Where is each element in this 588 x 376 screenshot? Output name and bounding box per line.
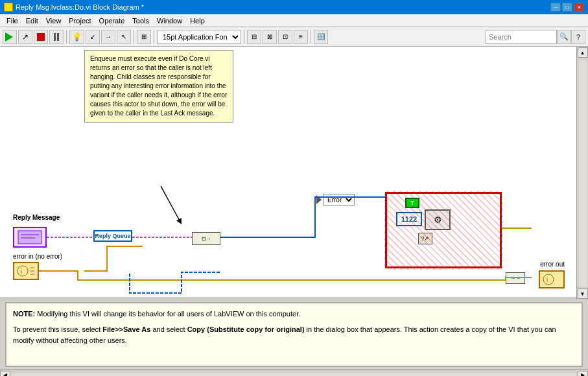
note-area: NOTE: Modifying this VI will change its … <box>5 302 583 367</box>
run-button[interactable] <box>3 30 17 44</box>
font-dropdown[interactable]: 15pt Application Font <box>157 30 241 44</box>
toolbar-sep-2 <box>134 30 134 43</box>
menu-window[interactable]: Window <box>153 16 186 26</box>
error-dropdown-area: Error <box>316 194 355 206</box>
scroll-right-button[interactable]: ▶ <box>578 371 588 377</box>
comment-arrow <box>154 186 193 231</box>
note-line1: NOTE: Modifying this VI will change its … <box>13 309 575 320</box>
menu-bar: File Edit View Project Operate Tools Win… <box>0 14 588 27</box>
distribute-button[interactable]: ⊠ <box>263 30 277 44</box>
menu-view[interactable]: View <box>42 16 65 26</box>
pause-icon <box>54 33 59 41</box>
resize-button[interactable]: ⊡ <box>278 30 292 44</box>
menu-tools[interactable]: Tools <box>128 16 153 26</box>
note-text-1: Modifying this VI will change its behavi… <box>35 310 300 318</box>
toolbar-sep-5 <box>311 30 311 43</box>
toolbar-sep-1 <box>66 30 67 43</box>
reply-message-label: Reply Message <box>13 214 60 221</box>
svg-line-0 <box>161 186 180 222</box>
note-file-menu: File>>Save As <box>102 325 150 333</box>
green-t-label: T <box>410 200 414 206</box>
diagram[interactable]: Enqueue must execute even if Do Core.vi … <box>0 47 576 297</box>
note-bold: NOTE: <box>13 310 35 318</box>
app-icon <box>4 3 13 12</box>
font-extra-button[interactable]: 🔠 <box>314 30 328 44</box>
menu-operate[interactable]: Operate <box>95 16 129 26</box>
gear-icon: ⚙ <box>434 215 442 225</box>
note-text-3: and select <box>150 325 187 333</box>
comment-text: Enqueue must execute even if Do Core.vi … <box>90 55 227 117</box>
question-block[interactable]: ?↗ <box>418 233 432 244</box>
dropdown-arrow-icon <box>316 195 322 204</box>
align-button[interactable]: ⊟ <box>247 30 261 44</box>
title-bar: Reply Msg.lvclass:Do.vi Block Diagram * … <box>0 0 588 14</box>
svg-point-12 <box>543 274 554 285</box>
minimize-button[interactable]: ─ <box>550 3 561 12</box>
step-over-button[interactable]: → <box>101 30 115 44</box>
maximize-button[interactable]: □ <box>562 3 572 12</box>
reply-message-block[interactable] <box>13 227 47 248</box>
help-button[interactable]: ? <box>571 30 585 44</box>
search-button[interactable]: 🔍 <box>557 30 571 44</box>
highlight-button[interactable]: 💡 <box>69 30 84 44</box>
scroll-left-button[interactable]: ◀ <box>0 371 10 377</box>
error-in-block[interactable]: i <box>13 262 39 280</box>
pause-button[interactable] <box>49 30 64 44</box>
green-t-block[interactable]: T <box>405 198 419 208</box>
svg-text:i: i <box>21 268 22 275</box>
run-broken-button[interactable]: ↗ <box>18 30 32 44</box>
error-in-label: error in (no error) <box>13 253 62 260</box>
connector-block-1[interactable]: ⊡→ <box>192 232 220 245</box>
step-into-button[interactable]: ↙ <box>86 30 100 44</box>
num-value: 1122 <box>401 215 417 223</box>
close-button[interactable]: ✕ <box>574 3 584 12</box>
scroll-up-button[interactable]: ▲ <box>578 47 588 58</box>
reorder-button[interactable]: ≡ <box>294 30 308 44</box>
scroll-bottom: ◀ ▶ <box>0 370 588 376</box>
gear-block[interactable]: ⚙ <box>425 209 451 230</box>
svg-text:i: i <box>547 276 548 283</box>
cleanup-button[interactable]: ⊞ <box>137 30 151 44</box>
connector-block-2[interactable]: →→ <box>506 272 525 284</box>
abort-button[interactable] <box>34 30 48 44</box>
menu-project[interactable]: Project <box>65 16 95 26</box>
search-area: 🔍 ? <box>486 30 585 44</box>
error-selector[interactable]: Error <box>323 194 355 206</box>
menu-help[interactable]: Help <box>186 16 209 26</box>
scroll-track-right[interactable] <box>579 60 587 287</box>
menu-file[interactable]: File <box>3 16 22 26</box>
toolbar-sep-3 <box>154 30 154 43</box>
svg-rect-1 <box>18 231 41 244</box>
menu-edit[interactable]: Edit <box>22 16 42 26</box>
note-text-2: To prevent this issue, select <box>13 325 102 333</box>
stop-icon <box>37 33 45 41</box>
search-input[interactable] <box>486 30 557 44</box>
scroll-right: ▲ ▼ <box>576 47 588 300</box>
reply-queue-text: Reply Queue <box>95 233 130 239</box>
window-controls: ─ □ ✕ <box>550 3 584 12</box>
scroll-down-button[interactable]: ▼ <box>578 288 588 299</box>
error-out-label: error out <box>540 261 565 268</box>
error-in-icon: i <box>16 264 36 277</box>
canvas-area: Enqueue must execute even if Do Core.vi … <box>0 47 588 300</box>
step-out-button[interactable]: ↖ <box>117 30 131 44</box>
reply-message-icon <box>17 229 43 245</box>
scroll-track-bottom[interactable] <box>12 373 576 377</box>
run-arrow-icon <box>5 32 14 41</box>
error-out-block[interactable]: i <box>539 270 565 288</box>
num-block[interactable]: 1122 <box>396 212 422 226</box>
note-line2: To prevent this issue, select File>>Save… <box>13 324 575 347</box>
note-copy-option: Copy (Substitute copy for original) <box>187 325 305 333</box>
reply-queue-block[interactable]: Reply Queue <box>93 230 132 242</box>
comment-box: Enqueue must execute even if Do Core.vi … <box>84 50 233 123</box>
toolbar: ↗ 💡 ↙ → ↖ ⊞ 15pt Application Font ⊟ ⊠ ⊡ … <box>0 27 588 47</box>
window-title: Reply Msg.lvclass:Do.vi Block Diagram * <box>16 3 550 11</box>
error-out-icon: i <box>542 273 561 286</box>
case-structure[interactable]: T 1122 ⚙ ?↗ <box>385 192 502 268</box>
toolbar-sep-4 <box>244 30 244 43</box>
svg-point-4 <box>18 266 28 276</box>
